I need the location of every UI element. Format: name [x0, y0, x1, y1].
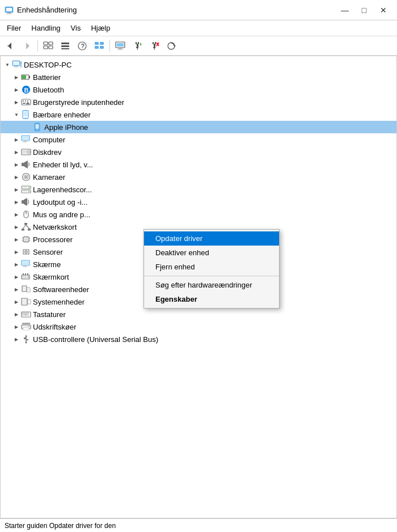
svg-rect-28: [137, 48, 138, 50]
svg-rect-129: [24, 313, 26, 314]
tree-item-baerbare[interactable]: Bærbare enheder: [1, 108, 396, 121]
tree-label-lydoutput: Lydoutput og -i...: [33, 198, 87, 206]
svg-marker-6: [26, 43, 29, 49]
expander-usb[interactable]: [12, 335, 21, 344]
expander-sensorer[interactable]: [12, 247, 21, 256]
expander-mus[interactable]: [12, 210, 21, 219]
menu-hjaelp[interactable]: Hjælp: [86, 22, 115, 34]
expander-tastaturer[interactable]: [12, 310, 21, 319]
main-content: DESKTOP-PC Batterier B B: [0, 56, 397, 518]
toolbar-btn-3[interactable]: [91, 39, 107, 53]
tree-item-computer[interactable]: Computer: [1, 133, 396, 146]
expander-systemenheder[interactable]: [12, 297, 21, 306]
expander-lydoutput[interactable]: [12, 197, 21, 206]
expander-diskdrev[interactable]: [12, 147, 21, 157]
svg-rect-125: [22, 299, 27, 305]
expander-baerbare[interactable]: [12, 110, 21, 119]
tree-item-bluetooth[interactable]: B Bluetooth: [1, 83, 396, 96]
expander-udskriftskoeuer[interactable]: [12, 322, 21, 331]
tree-item-tastaturer[interactable]: Tastaturer: [1, 308, 396, 320]
expander-skaerme[interactable]: [12, 260, 21, 269]
toolbar-remove-button[interactable]: [146, 39, 162, 53]
back-button[interactable]: [2, 39, 18, 53]
tree-label-udskriftskoeuer: Udskriftskøer: [33, 323, 77, 331]
toolbar-driver-button[interactable]: [129, 39, 145, 53]
svg-point-109: [26, 251, 27, 252]
computer-icon: [12, 60, 22, 70]
expander-brugerstyrede[interactable]: [12, 98, 21, 107]
toolbar-btn-1[interactable]: [40, 39, 56, 53]
tree-item-enheder-lyd[interactable]: Enheder til lyd, v...: [1, 158, 396, 171]
system-icon: [21, 297, 31, 307]
expander-desktop-pc[interactable]: [3, 60, 12, 69]
tree-item-usb[interactable]: USB-controllere (Universal Serial Bus): [1, 333, 396, 345]
context-menu-soeg-hardware[interactable]: Søg efter hardwareændringer: [144, 278, 279, 292]
tree-label-brugerstyrede: Brugerstyrede inputenheder: [33, 98, 124, 107]
expander-netvaerkskort[interactable]: [12, 222, 21, 231]
expander-computer[interactable]: [12, 135, 21, 144]
expander-kameraer[interactable]: [12, 172, 21, 181]
svg-rect-71: [23, 151, 27, 151]
menu-vis[interactable]: Vis: [66, 22, 86, 34]
context-menu-deaktiver-enhed[interactable]: Deaktiver enhed: [144, 246, 279, 260]
context-menu-egenskaber[interactable]: Egenskaber: [144, 292, 279, 306]
toolbar-monitor-button[interactable]: [112, 39, 128, 53]
help-button[interactable]: ?: [74, 39, 90, 53]
tree-item-diskdrev[interactable]: Diskdrev: [1, 146, 396, 158]
expander-lagerenhedscor[interactable]: [12, 185, 21, 194]
svg-rect-8: [44, 46, 48, 49]
tree-item-brugerstyrede[interactable]: Brugerstyrede inputenheder: [1, 96, 396, 108]
svg-rect-139: [28, 326, 29, 327]
svg-rect-91: [22, 229, 24, 231]
svg-rect-25: [136, 42, 137, 44]
svg-rect-27: [136, 47, 138, 48]
svg-rect-65: [24, 141, 26, 142]
svg-rect-32: [155, 42, 156, 44]
svg-rect-115: [22, 276, 27, 278]
toolbar-scan-button[interactable]: [163, 39, 179, 53]
close-button[interactable]: ✕: [374, 3, 392, 17]
expander-softwareenheder[interactable]: [12, 285, 21, 294]
tree-label-baerbare: Bærbare enheder: [33, 111, 91, 119]
tree-item-batterier[interactable]: Batterier: [1, 71, 396, 83]
tree-item-apple-iphone[interactable]: Apple iPhone: [1, 121, 396, 133]
svg-rect-42: [14, 67, 19, 67]
svg-rect-131: [28, 313, 29, 314]
svg-rect-142: [24, 337, 26, 339]
toolbar-btn-2[interactable]: [57, 39, 73, 53]
tree-label-skaerme: Skærme: [33, 260, 61, 269]
svg-rect-130: [26, 313, 27, 314]
svg-rect-5: [8, 45, 9, 47]
svg-rect-61: [36, 124, 39, 129]
tree-item-desktop-pc[interactable]: DESKTOP-PC: [1, 58, 396, 71]
tree-item-lagerenhedscor[interactable]: Lagerenhedscor...: [1, 183, 396, 196]
expander-enheder-lyd[interactable]: [12, 160, 21, 169]
svg-rect-31: [153, 42, 154, 44]
minimize-button[interactable]: —: [336, 3, 354, 17]
tree-item-mus[interactable]: Mus og andre p...: [1, 208, 396, 221]
svg-rect-52: [25, 100, 26, 102]
svg-rect-9: [49, 42, 53, 45]
window-title: Enhedshåndtering: [17, 6, 77, 14]
svg-rect-1: [6, 8, 12, 11]
tree-item-udskriftskoeuer[interactable]: Udskriftskøer: [1, 320, 396, 333]
expander-batterier[interactable]: [12, 73, 21, 82]
context-menu-fjern-enhed[interactable]: Fjern enhed: [144, 260, 279, 274]
context-menu-opdater-driver[interactable]: Opdater driver: [144, 231, 279, 246]
forward-button[interactable]: [19, 39, 35, 53]
menu-filer[interactable]: Filer: [2, 22, 26, 34]
tree-item-lydoutput[interactable]: Lydoutput og -i...: [1, 196, 396, 208]
svg-rect-3: [6, 13, 12, 14]
tree-item-kameraer[interactable]: Kameraer: [1, 171, 396, 183]
usb-icon: [21, 334, 31, 344]
svg-point-77: [26, 176, 27, 178]
expander-processorer[interactable]: [12, 235, 21, 244]
maximize-button[interactable]: □: [355, 3, 373, 17]
svg-rect-7: [44, 42, 48, 45]
svg-rect-135: [22, 323, 30, 324]
expander-bluetooth[interactable]: [12, 85, 21, 94]
iphone-icon: [32, 122, 43, 132]
menu-handling[interactable]: Handling: [27, 22, 65, 34]
svg-rect-21: [117, 43, 124, 47]
expander-skaermkort[interactable]: [12, 272, 21, 281]
